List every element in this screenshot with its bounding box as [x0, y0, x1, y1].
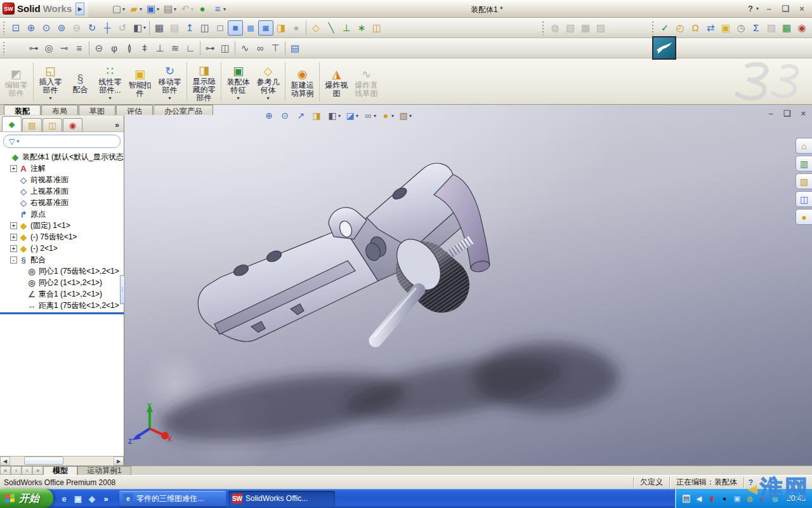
rollback-bar[interactable] [0, 312, 124, 314]
shaded-with-edges-button[interactable]: ■ [228, 20, 243, 36]
zoom-out-button[interactable]: ⊖ [69, 20, 84, 36]
task-ie-browser[interactable]: e 零件的三维图难住... [119, 491, 226, 506]
dropdown-arrow-icon[interactable]: ▾ [140, 6, 142, 12]
dropdown-arrow-icon[interactable]: ▾ [122, 6, 125, 12]
quick-show-desktop-icon[interactable]: ▣ [72, 493, 84, 504]
locating-pin-button[interactable]: ǂ [137, 41, 152, 56]
assembly-transparency-button[interactable]: ◍ [547, 20, 563, 36]
quick-messenger-icon[interactable]: ◈ [86, 493, 98, 504]
dropdown-arrow-icon[interactable]: ▾ [143, 25, 146, 30]
large-assembly-mode-button[interactable]: ▩ [578, 20, 593, 36]
edit-component-button[interactable]: ◩ 编辑零部件 [1, 66, 31, 98]
tree-mate-concentric-2[interactable]: ◎ 同心2 (1<1>,2<1>) [0, 277, 124, 288]
hud-zoom-to-area-button[interactable]: ⊙ [277, 108, 292, 123]
tray-qq-icon[interactable]: ● [719, 493, 730, 504]
tab-evaluate[interactable]: 评估 [116, 105, 153, 115]
help-dropdown-arrow-icon[interactable]: ▾ [756, 6, 759, 11]
mass-properties-button[interactable]: Ω [688, 20, 703, 36]
rivet-button[interactable]: ⊥ [152, 41, 167, 56]
pan-button[interactable]: ┼ [100, 20, 115, 36]
rotate-about-scene-floor-button[interactable]: ↺ [115, 20, 130, 36]
zoom-to-fit-button[interactable]: ⊡ [8, 20, 23, 36]
cam-button[interactable]: ⊶ [202, 41, 218, 56]
dropdown-arrow-icon[interactable]: ▾ [223, 6, 226, 12]
view-palette-tab[interactable]: ◫ [796, 191, 812, 207]
toolbox-settings-button[interactable]: ▤ [287, 41, 303, 56]
configurationmanager-tab[interactable]: ◫ [43, 118, 62, 131]
doc-minimize-button[interactable]: – [769, 109, 773, 118]
tree-annotations[interactable]: + A 注解 [0, 163, 124, 174]
tree-expander[interactable]: - [10, 257, 17, 264]
graphics-viewport[interactable]: Y Z X [124, 105, 812, 465]
assembly-visualization-button[interactable]: ▨ [593, 20, 608, 36]
tree-mates-folder[interactable]: - § 配合 [0, 254, 124, 265]
spell-check-button[interactable]: ✓ [657, 20, 672, 36]
pan-head-screw-button[interactable]: ⊶ [26, 41, 41, 56]
threaded-stud-button[interactable]: ≡ [72, 41, 87, 56]
hud-hide-show-items-button[interactable]: ∞ ▾ [360, 108, 377, 123]
spring-button[interactable]: ≋ [167, 41, 183, 56]
chain-link-button[interactable]: ∞ [252, 41, 268, 56]
doc-nav-button[interactable]: › [22, 466, 32, 475]
measure-button[interactable]: ◴ [672, 20, 688, 36]
realview-button[interactable]: ● [289, 20, 304, 36]
tab-layout[interactable]: 布局 [41, 105, 78, 115]
tree-expander[interactable]: + [10, 222, 17, 229]
no-shade-cube-button[interactable]: □ [213, 20, 228, 36]
dimxpert-tab[interactable]: ◉ [63, 118, 82, 131]
panel-tabs-overflow[interactable]: » [115, 121, 124, 131]
reference-geometry-button[interactable]: ◇ 参考几何体 ▾ [253, 63, 283, 101]
tray-language-collapse-icon[interactable]: ◀ [694, 493, 704, 504]
tree-horizontal-scrollbar[interactable]: ◀ ▶ [0, 456, 124, 465]
reference-axis-button[interactable]: ╲ [324, 20, 339, 36]
toolbar-grip[interactable] [3, 21, 7, 35]
tray-av-icon[interactable]: ▮ [707, 493, 717, 504]
bracket-button[interactable]: ∟ [183, 41, 198, 56]
move-face-button[interactable]: ⇄ [703, 20, 718, 36]
menu-flyout-arrow-icon[interactable]: ▶ [75, 3, 84, 15]
tree-expander[interactable]: + [10, 245, 17, 252]
linear-component-pattern-button[interactable]: ∷ 线性零部件... ▾ [95, 63, 125, 101]
hud-edit-appearance-button[interactable]: ● ▾ [378, 108, 395, 123]
tree-expander[interactable] [10, 188, 17, 195]
scroll-right-button[interactable]: ▶ [114, 457, 124, 465]
featuremanager-tab[interactable]: ◆ [2, 116, 22, 131]
clamp-pin[interactable] [374, 288, 419, 340]
toolbar-grip[interactable] [652, 21, 656, 35]
model-tab[interactable]: 模型 [43, 466, 77, 475]
print-button[interactable]: ▤ ▾ [160, 1, 178, 17]
move-component-button[interactable]: ↻ 移动零部件 ▾ [155, 63, 185, 101]
toolbar-grip[interactable] [542, 21, 546, 35]
hud-previous-view-button[interactable]: ↗ [293, 108, 308, 123]
panel-splitter-handle[interactable]: ⋮ [120, 275, 125, 304]
dropdown-arrow-icon[interactable]: ▾ [237, 95, 239, 101]
tree-expander[interactable] [10, 177, 17, 184]
tree-top-plane[interactable]: ◇ 上视基准面 [0, 185, 124, 197]
isolate-button[interactable]: ▧ [563, 20, 578, 36]
dropdown-arrow-icon[interactable]: ▾ [157, 6, 159, 12]
tree-front-plane[interactable]: ◇ 前视基准面 [0, 174, 124, 185]
dropdown-arrow-icon[interactable]: ▾ [174, 6, 176, 12]
tab-sketch[interactable]: 草图 [79, 105, 115, 115]
new-document-button[interactable]: ▢ ▾ [109, 1, 126, 17]
tree-component-2[interactable]: + ◆ (-) 2<1> [0, 243, 124, 254]
dropdown-arrow-icon[interactable]: ▾ [49, 95, 51, 101]
tree-mate-distance-1[interactable]: ↔ 距离1 (75齿轮<1>,2<1> [0, 300, 124, 311]
tree-expander[interactable] [18, 291, 25, 298]
restore-button[interactable]: ❏ [779, 3, 792, 14]
zoom-in-out-button[interactable]: ⊙ [39, 20, 54, 36]
appearances-tab[interactable]: ● [796, 209, 812, 225]
tree-component-75-gear[interactable]: + ◆ (-) 75齿轮<1> [0, 231, 124, 243]
mate-button[interactable]: § 配合 [65, 70, 95, 94]
wireframe-button[interactable]: ▦ [152, 20, 167, 36]
task-scheduler-button[interactable]: ◷ [733, 20, 749, 36]
save-button[interactable]: ▣ ▾ [143, 1, 160, 17]
doc-nav-button[interactable]: « [0, 466, 11, 475]
minimize-button[interactable]: – [763, 3, 775, 14]
open-document-button[interactable]: ▰ ▾ [126, 1, 143, 17]
hud-display-style-button[interactable]: ◪ ▾ [343, 108, 360, 123]
help-button[interactable]: ? [748, 4, 753, 13]
set-screw-button[interactable]: ⊸ [56, 41, 72, 56]
motion-study-tab[interactable]: 运动算例1 [77, 466, 131, 475]
dropdown-arrow-icon[interactable]: ▾ [409, 113, 412, 119]
